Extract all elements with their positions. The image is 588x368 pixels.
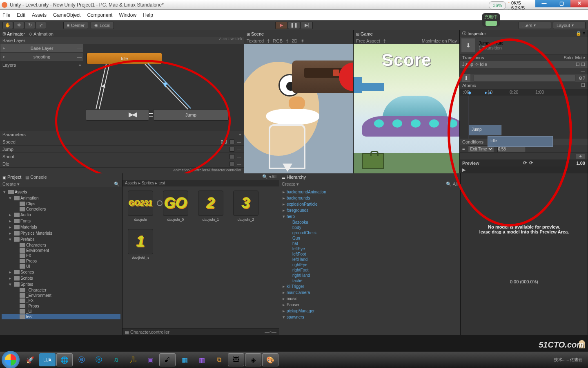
pause-button[interactable]: ❚❚	[288, 22, 300, 29]
taskbar-app2[interactable]: 几	[125, 353, 141, 366]
scale-tool[interactable]: ⤢	[36, 22, 46, 29]
add-param-button[interactable]: +	[239, 132, 241, 137]
tab-scene[interactable]: ⊞ Scene	[247, 31, 264, 36]
hierarchy-backgrounds[interactable]: ▸backgrounds	[281, 195, 459, 201]
tree-characters[interactable]: Characters	[2, 242, 120, 248]
search-icon[interactable]: 🔍	[114, 182, 120, 187]
taskbar-app4[interactable]: ▥	[194, 353, 210, 366]
scene-viewport[interactable]	[244, 44, 353, 173]
render-mode[interactable]: RGB	[273, 38, 283, 43]
tree-_fx[interactable]: _FX	[2, 298, 120, 303]
param-speed[interactable]: Speed0.0—	[0, 138, 244, 146]
tree-_props[interactable]: _Props	[2, 303, 120, 309]
menu-window[interactable]: Window	[119, 12, 136, 18]
asset-daojishi_2[interactable]: 3daojishi_2	[232, 191, 260, 222]
taskbar-tray[interactable]: 技术...... 亿速云	[550, 357, 586, 363]
step-button[interactable]: ▶|	[301, 22, 313, 29]
auto-live-link[interactable]: Auto Live Link	[219, 37, 242, 41]
maximize-on-play[interactable]: Maximize on Play	[422, 38, 457, 43]
asset-daojishi_1[interactable]: 2daojishi_1	[197, 191, 225, 222]
breadcrumb[interactable]: Assets ▸ Sprites ▸ test	[122, 180, 279, 186]
hierarchy-music[interactable]: ▸music	[281, 296, 459, 302]
taskbar-app1[interactable]: ♫	[108, 353, 124, 366]
state-jump[interactable]: Jump	[153, 109, 229, 121]
tree-scripts[interactable]: ▸ Scripts	[2, 275, 120, 281]
aspect-dropdown[interactable]: Free Aspect	[356, 38, 380, 43]
preview-play[interactable]: ▶	[462, 167, 466, 173]
hierarchy-explosionparticle[interactable]: ▸explosionParticle	[281, 201, 459, 207]
tree-animation[interactable]: ▾ Animation	[2, 195, 120, 201]
tree-scenes[interactable]: ▸ Scenes	[2, 269, 120, 275]
hierarchy-maincamera[interactable]: ▸mainCamera	[281, 289, 459, 296]
move-tool[interactable]: ✥	[13, 22, 24, 29]
menu-assets[interactable]: Assets	[32, 12, 47, 18]
tree-fonts[interactable]: ▸ Fonts	[2, 218, 120, 224]
menu-help[interactable]: Help	[143, 12, 153, 18]
taskbar-paint[interactable]: 🎨	[262, 353, 278, 366]
taskbar-unity[interactable]: ◈	[245, 353, 261, 366]
menu-gameobject[interactable]: GameObject	[53, 12, 80, 18]
taskbar-rocket[interactable]: 🚀	[22, 353, 38, 366]
transition-name-input[interactable]	[474, 75, 575, 81]
taskbar-paintnet[interactable]: 🖌	[159, 353, 176, 366]
play-button[interactable]: ▶	[275, 22, 287, 29]
hierarchy-body[interactable]: body	[281, 225, 459, 230]
hierarchy-groundcheck[interactable]: groundCheck	[281, 230, 459, 236]
create-dropdown[interactable]: Create ▾	[282, 182, 299, 187]
tree-assets[interactable]: ▾ Assets	[2, 189, 120, 195]
tree-clips[interactable]: Clips	[2, 201, 120, 206]
hierarchy-tache[interactable]: tache	[281, 278, 459, 283]
hierarchy-gun[interactable]: Gun	[281, 236, 459, 241]
hierarchy-bazooka[interactable]: Bazooka	[281, 220, 459, 225]
param-jump[interactable]: Jump—	[0, 146, 244, 153]
tree-materials[interactable]: ▸ Materials	[2, 224, 120, 230]
add-layer-button[interactable]: +	[79, 63, 81, 67]
shading-mode[interactable]: Textured	[247, 38, 264, 43]
start-button[interactable]	[2, 351, 20, 368]
close-button[interactable]: ✕	[570, 0, 588, 7]
tree-controllers[interactable]: Controllers	[2, 206, 120, 212]
transition-timeline[interactable]: :00 :10 0:20 1:00 ◆ ▸|◂ Jump Idle	[460, 89, 588, 139]
tab-hierarchy[interactable]: ☰ Hierarchy	[282, 175, 306, 180]
tree-fx[interactable]: FX	[2, 253, 120, 258]
menu-edit[interactable]: Edit	[17, 12, 25, 18]
layer-shooting[interactable]: ▸shooting—	[0, 53, 83, 61]
hierarchy-pickupmanager[interactable]: ▸pickupManager	[281, 308, 459, 314]
hierarchy-killtrigger[interactable]: ▸killTrigger	[281, 283, 459, 289]
taskbar-ie[interactable]: ⓔ	[74, 353, 90, 366]
state-unnamed[interactable]	[86, 109, 149, 121]
pivot-toggle[interactable]: ■ Center	[63, 22, 88, 29]
state-graph[interactable]: ▸Base Layer— ▸shooting— Layers+ Idle Jum…	[0, 44, 244, 131]
hierarchy-righthand[interactable]: rightHand	[281, 273, 459, 278]
param-shoot[interactable]: Shoot—	[0, 153, 244, 160]
asset-daojishi_3[interactable]: 1daojishi_3	[127, 229, 154, 260]
hierarchy-leftfoot[interactable]: leftFoot	[281, 251, 459, 257]
tab-inspector[interactable]: ⓘ Inspector	[462, 31, 486, 36]
hierarchy-pauser[interactable]: ▸Pauser	[281, 302, 459, 308]
taskbar-skype[interactable]: Ⓢ	[91, 353, 107, 366]
taskbar-app5[interactable]: ⧉	[211, 353, 227, 366]
search-icon[interactable]: 🔍 All	[446, 182, 458, 187]
taskbar-photos[interactable]: 🖼	[228, 353, 244, 366]
preview-ik-icon[interactable]: ⟳	[523, 160, 527, 166]
preview-speed-icon[interactable]: ⟳	[529, 160, 533, 166]
taskbar-lua[interactable]: LUA	[39, 353, 56, 366]
hierarchy-hero[interactable]: ▾hero	[281, 213, 459, 220]
hierarchy-lefteye[interactable]: leftEye	[281, 246, 459, 251]
tab-animator[interactable]: ⊞ Animator	[2, 31, 25, 36]
inspector-lock-icon[interactable]: 🔒 ≡	[576, 31, 585, 36]
rotate-tool[interactable]: ↻	[24, 22, 35, 29]
tree-prefabs[interactable]: ▾ Prefabs	[2, 236, 120, 242]
hierarchy-righteye[interactable]: rightEye	[281, 262, 459, 267]
tree-_environment[interactable]: _Environment	[2, 293, 120, 298]
tree-environment[interactable]: Environment	[2, 248, 120, 253]
tree-audio[interactable]: ▸ Audio	[2, 212, 120, 218]
state-idle[interactable]: Idle	[87, 53, 162, 64]
taskbar-chrome[interactable]: 🌐	[56, 353, 73, 366]
settings-icon[interactable]: ⚙?	[579, 76, 585, 81]
tab-animation[interactable]: ◇ Animation	[29, 31, 53, 36]
asset-daojishi_0[interactable]: GOdaojishi_0	[162, 191, 189, 222]
tree-ui[interactable]: UI	[2, 264, 120, 269]
hierarchy-spawners[interactable]: ▾spawners	[281, 314, 459, 320]
layers-dropdown[interactable]: ...ers ▾	[519, 22, 551, 29]
